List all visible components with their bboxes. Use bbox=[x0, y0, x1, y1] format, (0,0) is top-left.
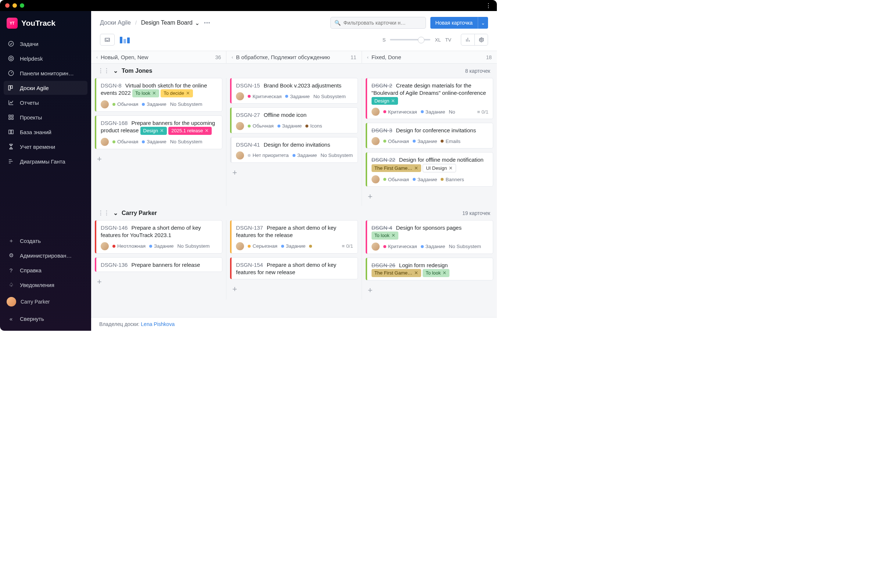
card-DSGN-146[interactable]: DSGN-146 Prepare a short demo of key fea… bbox=[95, 220, 222, 254]
card-id[interactable]: DSGN-15 bbox=[236, 82, 260, 88]
card-DSGN-154[interactable]: DSGN-154 Prepare a short demo of key fea… bbox=[230, 257, 358, 280]
card-size-slider[interactable] bbox=[390, 39, 430, 40]
tag[interactable]: Design ✕ bbox=[140, 127, 167, 135]
card-DSGN-2[interactable]: DSGN-2 Create design materials for the "… bbox=[366, 78, 493, 119]
sidebar-item-6[interactable]: База знаний bbox=[4, 125, 87, 139]
card-DSGN-136[interactable]: DSGN-136 Prepare banners for release bbox=[95, 257, 222, 272]
sidebar-admin[interactable]: ⚙ Администрирован… bbox=[4, 248, 87, 262]
assignee-avatar[interactable] bbox=[101, 138, 109, 146]
column-header-2[interactable]: ‹Fixed, Done18 bbox=[362, 51, 497, 63]
chevron-down-icon[interactable]: ⌄ bbox=[113, 210, 118, 216]
column-header-1[interactable]: ‹В обработке, Подлежит обсуждению11 bbox=[226, 51, 362, 63]
sidebar-item-7[interactable]: Учет времени bbox=[4, 140, 87, 154]
subtask-count[interactable]: ≡ 0/1 bbox=[477, 109, 488, 115]
size-xl-label[interactable]: XL bbox=[435, 37, 441, 43]
assignee-avatar[interactable] bbox=[372, 243, 380, 250]
assignee-avatar[interactable] bbox=[101, 100, 109, 108]
chevron-down-icon[interactable]: ⌄ bbox=[113, 67, 118, 74]
add-card-button[interactable]: + bbox=[95, 276, 222, 288]
card-id[interactable]: DSGN-3 bbox=[372, 127, 393, 134]
tag[interactable]: UI Design ✕ bbox=[423, 164, 456, 173]
card-DSGN-4[interactable]: DSGN-4 Design for sponsors pages To look… bbox=[366, 220, 493, 254]
card-id[interactable]: DSGN-146 bbox=[101, 225, 128, 231]
card-DSGN-8[interactable]: DSGN-8 Virtual booth sketch for the onli… bbox=[95, 78, 222, 112]
tag[interactable]: To decide ✕ bbox=[160, 89, 193, 98]
card-id[interactable]: DSGN-137 bbox=[236, 225, 263, 231]
tag-remove-icon[interactable]: ✕ bbox=[392, 232, 395, 239]
tag-remove-icon[interactable]: ✕ bbox=[414, 165, 418, 172]
assignee-avatar[interactable] bbox=[236, 92, 244, 100]
add-card-button[interactable]: + bbox=[95, 153, 222, 165]
maximize-window[interactable] bbox=[20, 3, 24, 8]
card-DSGN-41[interactable]: DSGN-41 Design for demo invitationsНет п… bbox=[230, 137, 358, 163]
drag-handle-icon[interactable]: ⋮⋮ bbox=[98, 67, 110, 74]
sidebar-item-1[interactable]: Helpdesk bbox=[4, 51, 87, 65]
assignee-avatar[interactable] bbox=[236, 122, 244, 130]
sidebar-item-2[interactable]: Панели мониторин… bbox=[4, 66, 87, 80]
add-card-button[interactable]: + bbox=[230, 283, 358, 296]
sidebar-user[interactable]: Carry Parker bbox=[0, 293, 91, 310]
tag[interactable]: Design ✕ bbox=[372, 97, 398, 105]
board-name-dropdown[interactable]: Design Team Board ⌄ bbox=[141, 20, 200, 27]
breadcrumb-root[interactable]: Доски Agile bbox=[100, 20, 131, 26]
sidebar-collapse[interactable]: « Свернуть bbox=[4, 312, 87, 326]
tag[interactable]: The First Game… ✕ bbox=[372, 269, 421, 277]
tag-remove-icon[interactable]: ✕ bbox=[391, 98, 395, 104]
board-owner-link[interactable]: Lena Pishkova bbox=[141, 321, 175, 327]
assignee-avatar[interactable] bbox=[236, 242, 244, 250]
window-menu-icon[interactable]: ⋮ bbox=[486, 2, 492, 9]
board-view-button[interactable] bbox=[120, 36, 132, 44]
tag-remove-icon[interactable]: ✕ bbox=[186, 90, 190, 97]
size-tv-label[interactable]: TV bbox=[445, 37, 451, 43]
tag[interactable]: To look ✕ bbox=[372, 231, 398, 240]
size-s-label[interactable]: S bbox=[382, 37, 386, 43]
tag[interactable]: To look ✕ bbox=[423, 269, 450, 277]
new-card-button[interactable]: Новая карточка bbox=[430, 17, 478, 28]
swimlane-header[interactable]: ⋮⋮⌄Tom Jones8 карточек bbox=[91, 64, 497, 78]
card-id[interactable]: DSGN-136 bbox=[101, 262, 128, 268]
sidebar-notifications[interactable]: ♤ Уведомления bbox=[4, 278, 87, 292]
assignee-avatar[interactable] bbox=[236, 152, 244, 159]
sidebar-item-4[interactable]: Отчеты bbox=[4, 96, 87, 110]
assignee-avatar[interactable] bbox=[372, 175, 380, 183]
minimize-window[interactable] bbox=[12, 3, 17, 8]
new-card-dropdown[interactable]: ⌄ bbox=[478, 17, 488, 28]
add-card-button[interactable]: + bbox=[366, 284, 493, 297]
sidebar-item-8[interactable]: Диаграммы Ганта bbox=[4, 154, 87, 168]
card-id[interactable]: DSGN-41 bbox=[236, 141, 260, 148]
tag-remove-icon[interactable]: ✕ bbox=[449, 165, 453, 172]
tag-remove-icon[interactable]: ✕ bbox=[205, 128, 209, 134]
card-id[interactable]: DSGN-154 bbox=[236, 262, 263, 268]
card-id[interactable]: DSGN-168 bbox=[101, 120, 128, 126]
search-input[interactable] bbox=[344, 20, 422, 26]
card-id[interactable]: DSGN-2 bbox=[372, 82, 393, 88]
sidebar-help[interactable]: ? Справка bbox=[4, 263, 87, 277]
tag-remove-icon[interactable]: ✕ bbox=[414, 270, 418, 276]
card-DSGN-168[interactable]: DSGN-168 Prepare banners for the upcomin… bbox=[95, 116, 222, 149]
search-box[interactable]: 🔍 bbox=[330, 17, 426, 28]
card-DSGN-27[interactable]: DSGN-27 Offline mode iconОбычнаяЗаданиеI… bbox=[230, 107, 358, 133]
add-card-button[interactable]: + bbox=[230, 166, 358, 179]
subtask-count[interactable]: ≡ 0/1 bbox=[342, 243, 353, 249]
column-header-0[interactable]: ‹Новый, Open, New36 bbox=[91, 51, 226, 63]
tag-remove-icon[interactable]: ✕ bbox=[152, 90, 156, 97]
settings-button[interactable] bbox=[474, 34, 488, 45]
card-id[interactable]: DSGN-26 bbox=[372, 262, 395, 268]
card-DSGN-22[interactable]: DSGN-22 Design for offline mode notifica… bbox=[366, 152, 493, 187]
add-card-button[interactable]: + bbox=[366, 190, 493, 203]
close-window[interactable] bbox=[5, 3, 9, 8]
card-id[interactable]: DSGN-22 bbox=[372, 156, 395, 163]
card-id[interactable]: DSGN-27 bbox=[236, 112, 260, 118]
assignee-avatar[interactable] bbox=[372, 137, 380, 145]
sidebar-item-5[interactable]: Проекты bbox=[4, 110, 87, 124]
card-id[interactable]: DSGN-8 bbox=[101, 82, 122, 88]
board-actions-icon[interactable]: ••• bbox=[204, 20, 211, 26]
swimlane-header[interactable]: ⋮⋮⌄Carry Parker19 карточек bbox=[91, 206, 497, 220]
tag[interactable]: 2025.1 release ✕ bbox=[168, 127, 212, 135]
sidebar-item-3[interactable]: Доски Agile bbox=[4, 81, 87, 95]
assignee-avatar[interactable] bbox=[101, 242, 109, 250]
sidebar-item-0[interactable]: Задачи bbox=[4, 37, 87, 51]
card-DSGN-15[interactable]: DSGN-15 Brand Book v.2023 adjustmentsКри… bbox=[230, 78, 358, 104]
tag[interactable]: The First Game… ✕ bbox=[372, 164, 421, 172]
card-DSGN-3[interactable]: DSGN-3 Design for conference invitations… bbox=[366, 123, 493, 148]
